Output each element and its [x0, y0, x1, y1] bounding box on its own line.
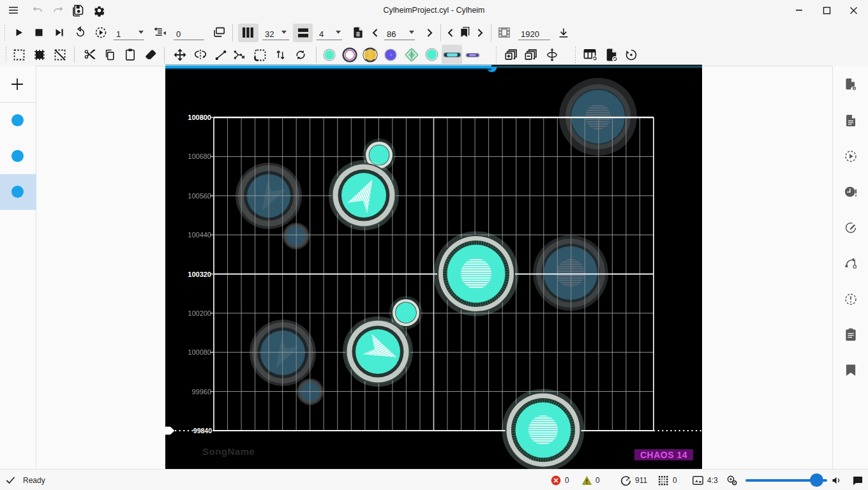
svg-text:100800: 100800 — [188, 114, 211, 121]
svg-text:100200: 100200 — [188, 309, 211, 317]
svg-text:99960: 99960 — [191, 388, 211, 396]
svg-text:100560: 100560 — [188, 192, 211, 200]
svg-text:100440: 100440 — [188, 231, 211, 239]
svg-text:CHAOS 14: CHAOS 14 — [640, 450, 687, 460]
svg-text:99840: 99840 — [193, 427, 212, 434]
svg-text:SongName: SongName — [202, 446, 255, 457]
svg-text:100320: 100320 — [188, 271, 211, 278]
svg-text:100680: 100680 — [188, 152, 211, 160]
svg-text:100080: 100080 — [188, 348, 211, 356]
